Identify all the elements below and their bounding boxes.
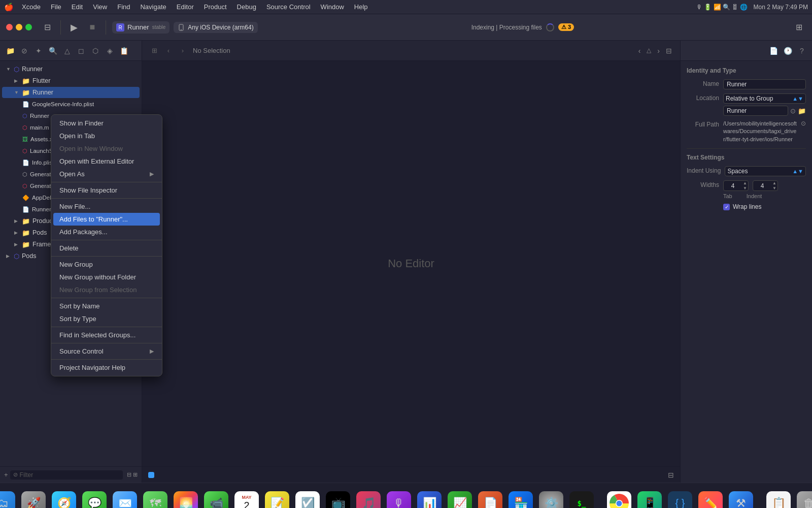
dock-trash[interactable]: 🗑	[795, 490, 812, 509]
sidebar-nav-reports[interactable]: 📋	[118, 45, 130, 57]
close-button[interactable]	[6, 24, 13, 30]
sidebar-nav-tests[interactable]: ◻	[75, 45, 87, 57]
sidebar-nav-debug[interactable]: ⬡	[89, 45, 101, 57]
menu-debug[interactable]: Debug	[233, 2, 260, 12]
tab-width-input[interactable]: 4 ▲ ▼	[723, 180, 749, 191]
dock-sysprefs[interactable]: ⚙️	[537, 490, 565, 509]
wrap-lines-checkbox[interactable]: ✓	[723, 204, 730, 210]
reveal-icon[interactable]: ⊙	[790, 107, 796, 115]
ctx-new-group[interactable]: New Group	[51, 258, 162, 271]
dock-podcasts[interactable]: 🎙	[385, 490, 413, 509]
dock-chrome[interactable]	[605, 490, 633, 509]
dock-notes[interactable]: 📝	[263, 490, 291, 509]
dock-vectornator[interactable]: ✏️	[697, 490, 724, 509]
warning-nav-left[interactable]: ‹	[636, 47, 643, 55]
sidebar-nav-folder[interactable]: 📁	[4, 45, 16, 57]
device-selector[interactable]: Any iOS Device (arm64)	[174, 22, 257, 33]
warning-badge[interactable]: ⚠ 3	[558, 23, 574, 31]
tree-item-flutter[interactable]: ▶ 📁 Flutter	[2, 75, 140, 86]
dock-safari[interactable]: 🧭	[50, 490, 78, 509]
dock-reminders[interactable]: ☑️	[294, 490, 321, 509]
indent-using-select[interactable]: Spaces ▲▼	[725, 166, 806, 176]
sidebar-toggle[interactable]: ⊟	[40, 20, 54, 35]
dock-maps[interactable]: 🗺	[142, 490, 169, 509]
ctx-delete[interactable]: Delete	[51, 242, 162, 255]
ctx-add-packages[interactable]: Add Packages...	[51, 226, 162, 238]
grid-view-button[interactable]: ⊞	[148, 45, 160, 57]
ctx-sort-by-type[interactable]: Sort by Type	[51, 312, 162, 325]
history-inspector-icon[interactable]: 🕐	[782, 45, 794, 57]
scheme-selector[interactable]: R Runner stable	[112, 21, 170, 34]
location-select[interactable]: Relative to Group ▲▼	[723, 93, 806, 104]
dock-terminal[interactable]: $_	[568, 490, 595, 509]
sidebar-nav-symbols[interactable]: ✦	[32, 45, 45, 57]
file-inspector-icon[interactable]: 📄	[767, 45, 780, 57]
dock-fileedit[interactable]: 📋	[765, 490, 792, 509]
filter-bar[interactable]: ⊘ Filter	[10, 470, 123, 480]
menu-file[interactable]: File	[47, 2, 65, 12]
menu-edit[interactable]: Edit	[67, 2, 87, 12]
tab-down-arrow[interactable]: ▼	[742, 186, 748, 191]
branch-indicator[interactable]	[148, 472, 154, 478]
indent-up-arrow[interactable]: ▲	[771, 181, 777, 186]
dock-launchpad[interactable]: 🚀	[20, 490, 47, 509]
ctx-find-in-groups[interactable]: Find in Selected Groups...	[51, 329, 162, 341]
folder-browse-icon[interactable]: 📁	[798, 107, 806, 115]
inspector-toggle[interactable]: ⊟	[664, 47, 674, 55]
sidebar-nav-issues[interactable]: △	[61, 45, 73, 57]
minimap-toggle[interactable]: ⊟	[668, 471, 674, 479]
tree-item-runner-group[interactable]: ▼ 📁 Runner	[2, 87, 140, 98]
dock-photos[interactable]: 🌅	[172, 490, 199, 509]
filename-input[interactable]: Runner	[723, 106, 788, 116]
indent-width-arrows[interactable]: ▲ ▼	[771, 181, 777, 190]
minimize-button[interactable]	[16, 24, 22, 30]
ctx-open-as[interactable]: Open As ▶	[51, 168, 162, 180]
dock-messages[interactable]: 💬	[81, 490, 108, 509]
dock-whatsapp[interactable]: 📱	[636, 490, 663, 509]
menu-find[interactable]: Find	[113, 2, 134, 12]
tab-width-arrows[interactable]: ▲ ▼	[742, 181, 748, 190]
tab-up-arrow[interactable]: ▲	[742, 181, 748, 186]
ctx-add-files[interactable]: Add Files to "Runner"...	[53, 213, 160, 226]
add-button[interactable]: +	[4, 471, 8, 479]
menu-navigate[interactable]: Navigate	[136, 2, 170, 12]
dock-numbers[interactable]: 📈	[446, 490, 473, 509]
sidebar-nav-source[interactable]: ⊘	[18, 45, 30, 57]
ctx-sort-by-name[interactable]: Sort by Name	[51, 300, 162, 312]
dock-finder[interactable]: 🗂	[0, 490, 17, 509]
wrap-lines-row[interactable]: ✓ Wrap lines	[687, 203, 806, 210]
run-button[interactable]: ▶	[67, 20, 81, 35]
menu-window[interactable]: Window	[317, 2, 348, 12]
sidebar-nav-breakpoints[interactable]: ◈	[104, 45, 116, 57]
tree-item-runner-root[interactable]: ▼ ⬡ Runner	[2, 64, 140, 75]
menu-help[interactable]: Help	[350, 2, 372, 12]
stop-button[interactable]: ■	[85, 20, 99, 35]
menu-editor[interactable]: Editor	[173, 2, 198, 12]
tree-item-googleservice[interactable]: 📄 GoogleService-Info.plist	[2, 99, 140, 110]
ctx-new-group-without-folder[interactable]: New Group without Folder	[51, 271, 162, 283]
menu-view[interactable]: View	[89, 2, 111, 12]
sidebar-view-toggle[interactable]: ⊟ ⊞	[127, 471, 138, 478]
menu-xcode[interactable]: Xcode	[18, 2, 45, 12]
dock-vscode[interactable]: { }	[666, 490, 694, 509]
dock-xcode[interactable]: ⚒	[727, 490, 755, 509]
ctx-show-file-inspector[interactable]: Show File Inspector	[51, 184, 162, 197]
dock-keynote[interactable]: 📊	[416, 490, 443, 509]
sidebar-nav-find[interactable]: 🔍	[47, 45, 59, 57]
ctx-new-file[interactable]: New File...	[51, 200, 162, 213]
maximize-button[interactable]	[25, 24, 32, 30]
copy-path-icon[interactable]: ⊙	[801, 120, 806, 127]
forward-button[interactable]: ›	[177, 45, 189, 57]
dock-appstore[interactable]: 🏪	[507, 490, 534, 509]
apple-menu[interactable]: 🍎	[4, 3, 14, 12]
ctx-project-nav-help[interactable]: Project Navigator Help	[51, 361, 162, 374]
help-inspector-icon[interactable]: ?	[796, 45, 808, 57]
dock-pages[interactable]: 📄	[477, 490, 504, 509]
indent-down-arrow[interactable]: ▼	[771, 186, 777, 191]
indent-width-input[interactable]: 4 ▲ ▼	[753, 180, 778, 191]
ctx-show-in-finder[interactable]: Show in Finder	[51, 117, 162, 130]
ctx-open-external[interactable]: Open with External Editor	[51, 155, 162, 168]
dock-facetime[interactable]: 📹	[202, 490, 230, 509]
dock-calendar[interactable]: MAY 2	[233, 490, 260, 509]
menu-product[interactable]: Product	[200, 2, 231, 12]
